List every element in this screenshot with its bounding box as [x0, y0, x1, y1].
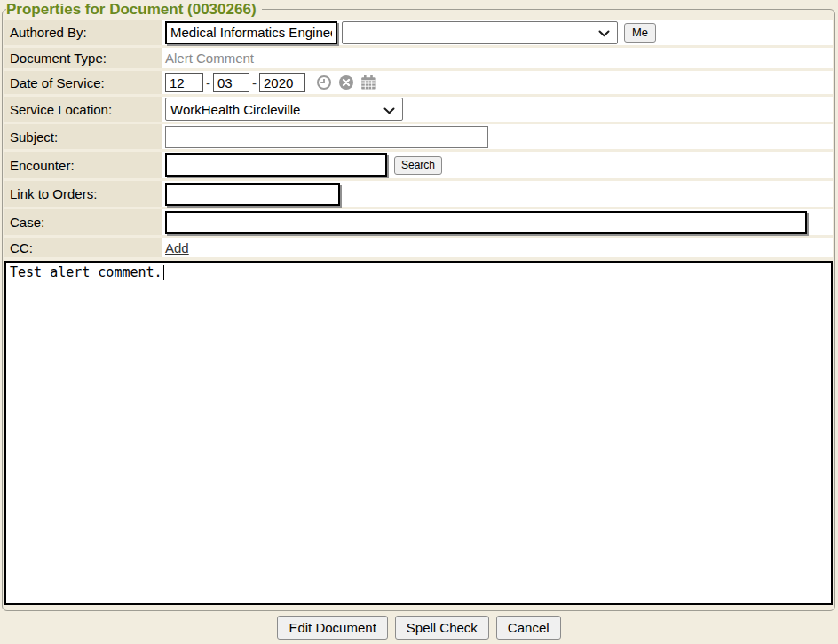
row-document-type: Document Type: Alert Comment — [4, 48, 833, 68]
row-subject: Subject: — [4, 124, 833, 149]
subject-label: Subject: — [4, 124, 162, 149]
spell-check-button[interactable]: Spell Check — [395, 616, 489, 640]
document-text: Test alert comment. — [10, 264, 162, 280]
clock-icon[interactable] — [316, 75, 332, 90]
row-case: Case: — [4, 209, 833, 235]
row-link-to-orders: Link to Orders: — [4, 181, 833, 207]
document-properties-fieldset: Properties for Document (0030266) Author… — [2, 0, 835, 611]
service-location-select-value: WorkHealth Circleville — [170, 102, 300, 117]
chevron-down-icon — [598, 25, 610, 40]
document-type-label: Document Type: — [4, 48, 162, 68]
cc-add-link[interactable]: Add — [165, 240, 189, 255]
search-button[interactable]: Search — [394, 156, 442, 175]
date-day-input[interactable] — [213, 73, 249, 92]
link-to-orders-input[interactable] — [165, 183, 340, 206]
properties-form: Authored By: Me Document Type: Alert Com… — [4, 20, 833, 257]
row-authored-by: Authored By: Me — [4, 20, 833, 45]
date-of-service-label: Date of Service: — [4, 71, 162, 94]
authored-by-select[interactable] — [342, 21, 618, 44]
me-button[interactable]: Me — [624, 23, 656, 43]
date-month-input[interactable] — [165, 73, 203, 92]
service-location-select[interactable]: WorkHealth Circleville — [165, 98, 403, 121]
cancel-button[interactable]: Cancel — [496, 616, 561, 640]
edit-document-button[interactable]: Edit Document — [277, 616, 387, 640]
text-caret — [163, 265, 164, 280]
authored-by-label: Authored By: — [4, 20, 162, 45]
chevron-down-icon — [383, 102, 395, 117]
encounter-input[interactable] — [165, 153, 387, 177]
authored-by-input[interactable] — [165, 21, 337, 44]
row-encounter: Encounter: Search — [4, 152, 833, 178]
case-input[interactable] — [165, 211, 807, 234]
cc-label: CC: — [4, 238, 162, 257]
date-separator: - — [206, 75, 210, 90]
document-type-value: Alert Comment — [165, 51, 254, 66]
row-service-location: Service Location: WorkHealth Circleville — [4, 97, 833, 122]
link-to-orders-label: Link to Orders: — [4, 181, 162, 207]
date-separator: - — [252, 75, 257, 90]
action-button-bar: Edit Document Spell Check Cancel — [0, 616, 838, 640]
calendar-icon[interactable] — [360, 75, 376, 90]
document-text-area[interactable]: Test alert comment. — [4, 261, 833, 605]
service-location-label: Service Location: — [4, 97, 162, 122]
date-year-input[interactable] — [259, 73, 305, 92]
case-label: Case: — [4, 209, 162, 235]
page-title: Properties for Document (0030266) — [6, 0, 262, 19]
clear-icon[interactable] — [338, 75, 354, 90]
row-date-of-service: Date of Service: - - — [4, 71, 833, 94]
subject-input[interactable] — [165, 126, 488, 148]
row-cc: CC: Add — [4, 238, 833, 257]
encounter-label: Encounter: — [4, 152, 162, 178]
